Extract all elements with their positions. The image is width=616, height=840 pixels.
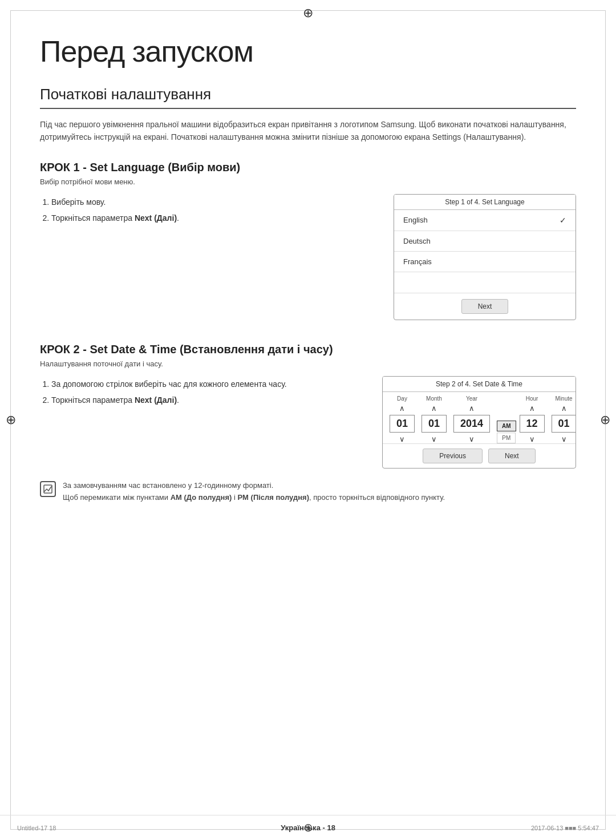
datetime-widget: Step 2 of 4. Set Date & Time Day ∧ 01 ∨ … xyxy=(382,376,576,469)
day-label: Day xyxy=(397,395,407,402)
month-down-arrow[interactable]: ∨ xyxy=(431,435,437,443)
year-down-arrow[interactable]: ∨ xyxy=(469,435,475,443)
compass-bottom-icon: ⊕ xyxy=(303,821,313,834)
note-box: За замовчуванням час встановлено у 12-го… xyxy=(40,480,576,504)
step1-subtitle: Вибір потрібної мови меню. xyxy=(40,177,576,186)
hour-value: 12 xyxy=(520,415,545,433)
note-line2: Щоб перемикати між пунктами AM (До полуд… xyxy=(63,492,445,504)
hour-label: Hour xyxy=(526,395,538,402)
language-item-english[interactable]: English ✓ xyxy=(394,210,576,231)
month-label: Month xyxy=(426,395,442,402)
language-widget-header: Step 1 of 4. Set Language xyxy=(394,195,576,210)
datetime-next-button[interactable]: Next xyxy=(488,449,536,463)
compass-right-icon: ⊕ xyxy=(600,413,610,427)
step1-instructions: Виберіть мову. Торкніться параметра Next… xyxy=(40,194,371,226)
language-list: English ✓ Deutsch Français xyxy=(394,210,576,293)
note-text: За замовчуванням час встановлено у 12-го… xyxy=(63,480,445,504)
step1-instruction-2: Торкніться параметра Next (Далі). xyxy=(51,210,371,226)
hour-up-arrow[interactable]: ∧ xyxy=(529,404,535,413)
year-up-arrow[interactable]: ∧ xyxy=(469,404,475,413)
datetime-previous-button[interactable]: Previous xyxy=(423,449,483,463)
note-line1: За замовчуванням час встановлено у 12-го… xyxy=(63,480,445,492)
note-icon xyxy=(40,481,56,497)
language-empty-row xyxy=(394,272,576,293)
year-value: 2014 xyxy=(453,415,490,433)
footer-left: Untitled-17 18 xyxy=(17,825,56,831)
step2-body: За допомогою стрілок виберіть час для ко… xyxy=(40,376,576,469)
step2-instructions: За допомогою стрілок виберіть час для ко… xyxy=(40,376,359,408)
section-title: Початкові налаштування xyxy=(40,86,576,109)
step1-section: КРОК 1 - Set Language (Вибір мови) Вибір… xyxy=(40,161,576,320)
intro-text: Під час першого увімкнення пральної маши… xyxy=(40,118,576,144)
datetime-widget-footer: Previous Next xyxy=(383,443,576,468)
step2-section: КРОК 2 - Set Date & Time (Встановлення д… xyxy=(40,343,576,504)
step1-body: Виберіть мову. Торкніться параметра Next… xyxy=(40,194,576,320)
step2-instruction-1: За допомогою стрілок виберіть час для ко… xyxy=(51,376,359,392)
minute-label: Minute xyxy=(556,395,573,402)
step1-title: КРОК 1 - Set Language (Вибір мови) xyxy=(40,161,576,174)
datetime-widget-header: Step 2 of 4. Set Date & Time xyxy=(383,377,576,392)
compass-top-icon: ⊕ xyxy=(303,6,313,21)
pm-button[interactable]: PM xyxy=(497,433,516,443)
svg-rect-0 xyxy=(44,485,52,493)
month-value: 01 xyxy=(422,415,447,433)
step2-title: КРОК 2 - Set Date & Time (Встановлення д… xyxy=(40,343,576,356)
language-widget-footer: Next xyxy=(394,293,576,320)
language-item-francais[interactable]: Français xyxy=(394,252,576,272)
day-down-arrow[interactable]: ∨ xyxy=(399,435,405,443)
page-title: Перед запуском xyxy=(40,34,576,68)
compass-left-icon: ⊕ xyxy=(6,413,16,427)
hour-down-arrow[interactable]: ∨ xyxy=(529,435,535,443)
step2-instruction-2: Торкніться параметра Next (Далі). xyxy=(51,392,359,408)
step1-instruction-1: Виберіть мову. xyxy=(51,194,371,210)
checkmark-icon: ✓ xyxy=(560,216,566,225)
year-label: Year xyxy=(466,395,477,402)
step2-subtitle: Налаштування поточної дати і часу. xyxy=(40,360,576,368)
minute-up-arrow[interactable]: ∧ xyxy=(561,404,567,413)
am-button[interactable]: AM xyxy=(497,421,516,431)
minute-down-arrow[interactable]: ∨ xyxy=(561,435,567,443)
language-next-button[interactable]: Next xyxy=(461,299,509,314)
language-widget: Step 1 of 4. Set Language English ✓ Deut… xyxy=(394,194,576,320)
footer-right: 2017-06-13 ■■■ 5:54:47 xyxy=(531,825,599,831)
minute-value: 01 xyxy=(552,415,576,433)
month-up-arrow[interactable]: ∧ xyxy=(431,404,437,413)
day-value: 01 xyxy=(390,415,415,433)
language-item-deutsch[interactable]: Deutsch xyxy=(394,231,576,252)
day-up-arrow[interactable]: ∧ xyxy=(399,404,405,413)
